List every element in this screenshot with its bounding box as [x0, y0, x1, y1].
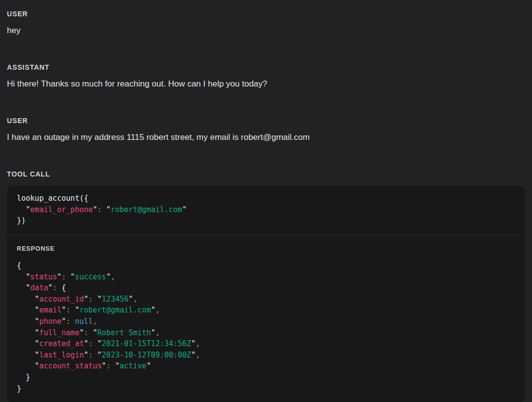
code-line: "account_status": "active" — [17, 360, 515, 372]
code-line: } — [17, 372, 515, 383]
code-line: "full_name": "Robert Smith", — [17, 327, 515, 339]
tool-response-code: { "status": "success", "data": { "accoun… — [17, 260, 515, 394]
tool-call-section: lookup_account({ "email_or_phone": "robe… — [7, 185, 525, 235]
response-label: RESPONSE — [17, 245, 515, 252]
tool-response-section: RESPONSE { "status": "success", "data": … — [7, 235, 525, 402]
message-group: ASSISTANT Hi there! Thanks so much for r… — [7, 63, 525, 89]
code-line: } — [17, 383, 515, 395]
code-line: "email": "robert@gmail.com", — [17, 305, 515, 316]
code-line: "phone": null, — [17, 316, 515, 327]
code-line: { — [17, 260, 515, 271]
tool-call-label: TOOL CALL — [7, 170, 525, 178]
message-text: I have an outage in my address 1115 robe… — [7, 132, 525, 143]
role-label: USER — [7, 10, 525, 18]
code-line: lookup_account({ — [17, 193, 515, 204]
code-line: "email_or_phone": "robert@gmail.com" — [17, 204, 515, 216]
code-line: "account_id": "123456", — [17, 294, 515, 305]
tool-call-group: TOOL CALL lookup_account({ "email_or_pho… — [7, 170, 525, 402]
role-label: ASSISTANT — [7, 63, 525, 71]
code-line: "data": { — [17, 282, 515, 294]
tool-call-card: lookup_account({ "email_or_phone": "robe… — [7, 185, 525, 402]
message-group: USER hey — [7, 10, 525, 36]
role-label: USER — [7, 117, 525, 125]
message-text: Hi there! Thanks so much for reaching ou… — [7, 79, 525, 89]
message-group: USER I have an outage in my address 1115… — [7, 117, 525, 143]
code-line: "last_login": "2023-10-12T09:00:00Z", — [17, 350, 515, 361]
message-text: hey — [7, 25, 525, 36]
code-line: }) — [17, 215, 515, 226]
code-line: "status": "success", — [17, 271, 515, 283]
conversation-transcript: USER hey ASSISTANT Hi there! Thanks so m… — [0, 0, 532, 402]
tool-call-code: lookup_account({ "email_or_phone": "robe… — [17, 193, 515, 226]
code-line: "created_at": "2021-01-15T12:34:56Z", — [17, 338, 515, 350]
